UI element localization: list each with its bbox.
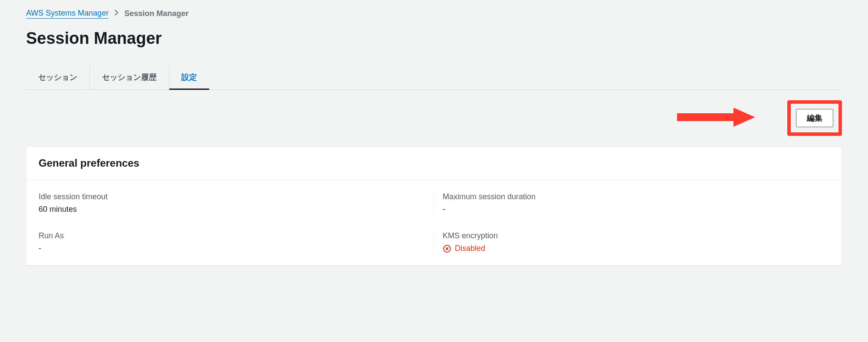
field-idle-timeout: Idle session timeout 60 minutes	[39, 192, 434, 214]
max-duration-value: -	[443, 205, 829, 214]
field-kms-encryption: KMS encryption Disabled	[434, 231, 829, 253]
arrow-annotation-icon	[673, 104, 760, 132]
tab-session-history[interactable]: セッション履歴	[90, 65, 169, 89]
error-icon	[443, 244, 451, 253]
tabs-container: セッション セッション履歴 設定	[26, 65, 842, 90]
tab-settings[interactable]: 設定	[169, 65, 209, 89]
breadcrumb: AWS Systems Manager Session Manager	[26, 9, 842, 19]
edit-button[interactable]: 編集	[796, 109, 833, 127]
kms-encryption-label: KMS encryption	[443, 231, 829, 240]
max-duration-label: Maximum session duration	[443, 192, 829, 201]
panel-title: General preferences	[39, 157, 829, 169]
tab-sessions[interactable]: セッション	[26, 65, 90, 89]
edit-button-highlight: 編集	[787, 100, 842, 136]
general-preferences-panel: General preferences Idle session timeout…	[26, 146, 842, 266]
kms-encryption-status: Disabled	[443, 244, 829, 253]
kms-status-text: Disabled	[455, 244, 485, 253]
actions-bar: 編集	[26, 90, 842, 146]
field-run-as: Run As -	[39, 231, 434, 253]
panel-body: Idle session timeout 60 minutes Maximum …	[26, 180, 842, 265]
chevron-right-icon	[114, 9, 119, 18]
field-max-duration: Maximum session duration -	[434, 192, 829, 214]
page-title: Session Manager	[26, 29, 842, 48]
panel-header: General preferences	[26, 147, 842, 180]
run-as-label: Run As	[39, 231, 425, 240]
breadcrumb-root-link[interactable]: AWS Systems Manager	[26, 9, 108, 19]
idle-timeout-label: Idle session timeout	[39, 192, 425, 201]
idle-timeout-value: 60 minutes	[39, 205, 425, 214]
breadcrumb-current: Session Manager	[124, 9, 188, 18]
run-as-value: -	[39, 244, 425, 253]
